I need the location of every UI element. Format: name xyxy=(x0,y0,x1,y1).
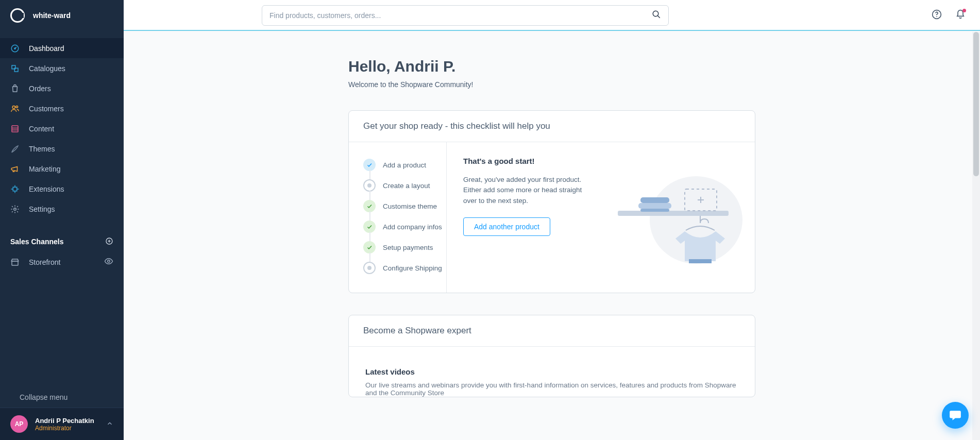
sidebar-item-content[interactable]: Content xyxy=(0,119,124,139)
nav-label: Themes xyxy=(29,145,55,153)
svg-line-22 xyxy=(657,15,660,18)
add-another-product-button[interactable]: Add another product xyxy=(463,217,550,236)
checklist-item-label: Setup payments xyxy=(383,244,433,251)
topbar xyxy=(124,0,980,31)
checklist-item[interactable]: Add a product xyxy=(363,155,437,175)
sidebar: white-ward DashboardCataloguesOrdersCust… xyxy=(0,0,124,440)
svg-rect-27 xyxy=(640,197,669,203)
svg-rect-6 xyxy=(12,126,18,132)
brand-name: white-ward xyxy=(33,11,71,20)
sidebar-item-dashboard[interactable]: Dashboard xyxy=(0,38,124,58)
expert-card: Become a Shopware expert Latest videos O… xyxy=(348,315,755,397)
search-icon[interactable] xyxy=(652,10,661,21)
bag-icon xyxy=(10,84,20,93)
svg-point-24 xyxy=(936,16,937,17)
store-icon xyxy=(10,258,20,267)
checklist-item[interactable]: Customise theme xyxy=(363,196,437,216)
sidebar-item-marketing[interactable]: Marketing xyxy=(0,159,124,179)
sidebar-item-themes[interactable]: Themes xyxy=(0,139,124,159)
nav-label: Orders xyxy=(29,84,51,93)
nav-label: Content xyxy=(29,125,54,133)
checklist-item-label: Add company infos xyxy=(383,223,442,231)
svg-rect-34 xyxy=(689,259,712,263)
check-icon xyxy=(363,200,376,212)
svg-rect-28 xyxy=(638,203,671,209)
main: Hello, Andrii P. Welcome to the Shopware… xyxy=(124,0,980,440)
checklist-item-label: Configure Shipping xyxy=(383,264,442,272)
sidebar-item-storefront[interactable]: Storefront xyxy=(0,252,124,272)
circle-icon xyxy=(363,179,376,192)
content-scroll[interactable]: Hello, Andrii P. Welcome to the Shopware… xyxy=(124,31,980,440)
svg-rect-26 xyxy=(618,211,729,216)
svg-point-14 xyxy=(14,208,16,210)
check-icon xyxy=(363,241,376,253)
checklist-detail-body: Great, you've added your first product. … xyxy=(463,175,592,206)
checklist-illustration xyxy=(602,157,742,278)
plugin-icon xyxy=(10,184,20,194)
collapse-menu-button[interactable]: Collapse menu xyxy=(0,387,124,408)
checklist-item[interactable]: Setup payments xyxy=(363,237,437,258)
check-icon xyxy=(363,221,376,233)
sidebar-item-settings[interactable]: Settings xyxy=(0,199,124,219)
checklist-card: Get your shop ready - this checklist wil… xyxy=(348,110,755,293)
svg-point-19 xyxy=(108,260,110,263)
checklist-card-title: Get your shop ready - this checklist wil… xyxy=(349,111,755,142)
nav-label: Marketing xyxy=(29,165,60,173)
latest-videos-heading: Latest videos xyxy=(365,367,738,376)
user-role: Administrator xyxy=(35,425,94,432)
latest-videos-body: Our live streams and webinars provide yo… xyxy=(365,381,738,397)
checklist-item-label: Add a product xyxy=(383,161,426,169)
page-subtitle: Welcome to the Shopware Community! xyxy=(348,80,755,89)
checklist-column: Add a productCreate a layoutCustomise th… xyxy=(349,142,447,293)
collapse-label: Collapse menu xyxy=(20,393,67,401)
svg-rect-29 xyxy=(640,209,669,212)
megaphone-icon xyxy=(10,164,20,174)
sidebar-item-customers[interactable]: Customers xyxy=(0,98,124,119)
brush-icon xyxy=(10,144,20,154)
scrollbar[interactable] xyxy=(972,32,980,440)
brand-row[interactable]: white-ward xyxy=(0,0,124,31)
avatar: AP xyxy=(10,415,28,433)
visibility-icon[interactable] xyxy=(104,257,113,267)
gauge-icon xyxy=(10,44,20,53)
checklist-item[interactable]: Create a layout xyxy=(363,175,437,196)
users-icon xyxy=(10,104,20,113)
svg-point-21 xyxy=(653,11,658,16)
sidebar-item-extensions[interactable]: Extensions xyxy=(0,179,124,199)
sidebar-item-catalogues[interactable]: Catalogues xyxy=(0,58,124,78)
user-menu-button[interactable]: AP Andrii P Pechatkin Administrator xyxy=(0,408,124,440)
primary-nav: DashboardCataloguesOrdersCustomersConten… xyxy=(0,31,124,219)
expert-card-title: Become a Shopware expert xyxy=(349,315,755,347)
chat-fab[interactable] xyxy=(942,402,969,429)
nav-label: Storefront xyxy=(29,258,60,266)
nav-label: Settings xyxy=(29,205,55,213)
check-icon xyxy=(363,159,376,171)
checklist-item[interactable]: Configure Shipping xyxy=(363,258,437,278)
search-input[interactable] xyxy=(269,11,652,20)
help-icon[interactable] xyxy=(932,9,942,21)
nav-label: Catalogues xyxy=(29,64,65,73)
svg-rect-18 xyxy=(12,261,18,265)
layout-icon xyxy=(10,124,20,133)
notification-dot xyxy=(962,9,966,12)
gear-icon xyxy=(10,205,20,214)
checklist-item-label: Create a layout xyxy=(383,182,430,190)
svg-rect-9 xyxy=(13,187,17,191)
nav-label: Dashboard xyxy=(29,44,64,53)
svg-point-4 xyxy=(12,106,15,108)
add-sales-channel-button[interactable] xyxy=(105,237,113,247)
svg-point-5 xyxy=(16,106,18,108)
global-search[interactable] xyxy=(262,5,669,26)
checklist-item-label: Customise theme xyxy=(383,202,437,210)
sidebar-item-orders[interactable]: Orders xyxy=(0,78,124,98)
page-title: Hello, Andrii P. xyxy=(348,58,755,75)
scrollbar-thumb[interactable] xyxy=(973,32,979,176)
sales-channels-heading-row: Sales Channels xyxy=(0,231,124,252)
checklist-item[interactable]: Add company infos xyxy=(363,216,437,237)
catalog-icon xyxy=(10,64,20,73)
user-name: Andrii P Pechatkin xyxy=(35,417,94,425)
svg-point-1 xyxy=(14,47,15,48)
brand-logo-icon xyxy=(10,8,25,23)
chevron-up-icon xyxy=(106,420,113,429)
notifications-button[interactable] xyxy=(955,9,966,21)
